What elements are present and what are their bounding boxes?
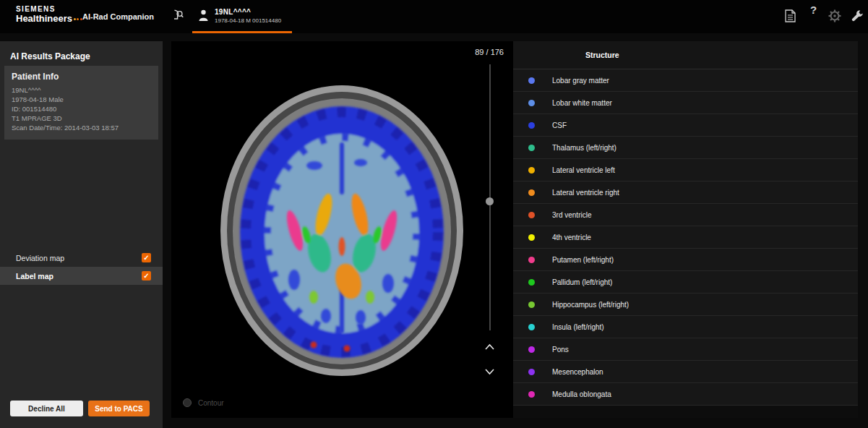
structure-row-lateral-ventricle-right[interactable]: Lateral ventricle right bbox=[513, 181, 858, 204]
contour-toggle-knob[interactable] bbox=[183, 398, 192, 407]
structure-row-putamen[interactable]: Putamen (left/right) bbox=[513, 249, 858, 271]
patient-icon bbox=[199, 9, 208, 22]
structure-label: Lobar gray matter bbox=[552, 77, 609, 85]
structure-row-lateral-ventricle-left[interactable]: Lateral ventricle left bbox=[513, 159, 858, 181]
patient-info-box: Patient Info 19NL^^^^ 1978-04-18 Male ID… bbox=[4, 66, 158, 140]
patient-tab-name: 19NL^^^^ bbox=[215, 8, 281, 16]
structure-label: CSF bbox=[552, 121, 567, 129]
sidebar-title: AI Results Package bbox=[0, 41, 163, 61]
structure-color-dot bbox=[528, 346, 535, 353]
map-row-label-map[interactable]: Label map ✓ bbox=[0, 267, 163, 285]
send-to-pacs-button[interactable]: Send to PACS bbox=[88, 401, 150, 416]
structure-row-medulla-oblongata[interactable]: Medulla oblongata bbox=[513, 383, 858, 406]
structure-color-dot bbox=[528, 234, 535, 241]
structure-label: Lobar white matter bbox=[552, 99, 612, 107]
structure-color-dot bbox=[528, 122, 535, 129]
structure-color-dot bbox=[528, 301, 535, 308]
structure-color-dot bbox=[528, 212, 535, 218]
structures-panel: Structure Lobar gray matter Lobar white … bbox=[513, 41, 858, 418]
app-name: AI-Rad Companion bbox=[82, 12, 154, 21]
structure-color-dot bbox=[528, 369, 535, 375]
structure-row-hippocampus[interactable]: Hippocampus (left/right) bbox=[513, 294, 858, 316]
structure-color-dot bbox=[528, 100, 535, 106]
contour-toggle[interactable]: Contour bbox=[183, 398, 224, 407]
decline-all-button[interactable]: Decline All bbox=[10, 401, 83, 416]
structure-label: Medulla oblongata bbox=[552, 390, 611, 398]
structure-color-dot bbox=[528, 145, 535, 151]
map-list: Deviation map ✓ Label map ✓ bbox=[0, 249, 163, 285]
structure-color-dot bbox=[528, 77, 535, 84]
structure-label: Pons bbox=[552, 346, 569, 354]
structure-label: Lateral ventricle right bbox=[552, 189, 619, 197]
structure-row-pons[interactable]: Pons bbox=[513, 338, 858, 361]
patient-tab[interactable]: 19NL^^^^ 1978-04-18 M 001514480 bbox=[192, 0, 292, 33]
structure-row-csf[interactable]: CSF bbox=[513, 114, 858, 137]
structure-label: 3rd ventricle bbox=[552, 211, 591, 219]
structure-label: Insula (left/right) bbox=[552, 323, 604, 331]
results-sidebar: AI Results Package Patient Info 19NL^^^^… bbox=[0, 41, 163, 428]
structure-label: Pallidum (left/right) bbox=[552, 278, 612, 286]
structure-label: 4th ventricle bbox=[552, 234, 591, 241]
patient-info-line: 19NL^^^^ bbox=[12, 85, 151, 95]
structure-color-dot bbox=[528, 167, 535, 174]
structure-color-dot bbox=[528, 189, 535, 196]
structures-header-row: Structure bbox=[513, 41, 858, 69]
image-viewer[interactable]: 89 / 176 Contour bbox=[171, 41, 513, 418]
structure-label: Lateral ventricle left bbox=[552, 166, 615, 174]
siemens-healthineers-logo: SIEMENS Healthineers bbox=[16, 5, 82, 24]
contour-label: Contour bbox=[198, 399, 224, 407]
structures-header: Structure bbox=[585, 51, 619, 59]
structure-label: Putamen (left/right) bbox=[552, 256, 614, 264]
patient-info-title: Patient Info bbox=[12, 72, 151, 82]
patient-info-line: T1 MPRAGE 3D bbox=[12, 114, 151, 123]
structure-row-4th-ventricle[interactable]: 4th ventricle bbox=[513, 226, 858, 249]
structure-color-dot bbox=[528, 391, 535, 398]
checkbox-checked-icon[interactable]: ✓ bbox=[142, 253, 151, 262]
structure-color-dot bbox=[528, 257, 535, 263]
wrench-icon[interactable] bbox=[851, 9, 864, 22]
chevron-down-icon[interactable] bbox=[484, 368, 495, 375]
slice-slider-handle[interactable] bbox=[486, 197, 494, 205]
structure-row-insula[interactable]: Insula (left/right) bbox=[513, 316, 858, 338]
structure-label: Hippocampus (left/right) bbox=[552, 301, 629, 309]
patient-tab-details: 1978-04-18 M 001514480 bbox=[215, 17, 281, 24]
structure-row-pallidum[interactable]: Pallidum (left/right) bbox=[513, 271, 858, 294]
map-row-deviation-map[interactable]: Deviation map ✓ bbox=[0, 249, 163, 267]
patient-info-line: ID: 001514480 bbox=[12, 104, 151, 114]
slice-counter: 89 / 176 bbox=[475, 48, 504, 56]
structure-row-lobar-gray-matter[interactable]: Lobar gray matter bbox=[513, 69, 858, 92]
patient-search-icon[interactable] bbox=[169, 8, 184, 23]
gear-icon[interactable] bbox=[828, 9, 841, 22]
structure-row-3rd-ventricle[interactable]: 3rd ventricle bbox=[513, 204, 858, 226]
structure-row-lobar-white-matter[interactable]: Lobar white matter bbox=[513, 92, 858, 114]
structure-color-dot bbox=[528, 324, 535, 330]
structure-label: Thalamus (left/right) bbox=[552, 144, 616, 152]
patient-info-line: 1978-04-18 Male bbox=[12, 95, 151, 104]
map-label: Label map bbox=[16, 272, 142, 281]
patient-info-line: Scan Date/Time: 2014-03-03 18:57 bbox=[12, 123, 151, 132]
top-bar: SIEMENS Healthineers AI-Rad Companion 19… bbox=[0, 0, 868, 33]
structure-label: Mesencephalon bbox=[552, 368, 603, 376]
healthineers-dots-icon bbox=[72, 13, 82, 24]
structure-row-mesencephalon[interactable]: Mesencephalon bbox=[513, 361, 858, 383]
brand-line2: Healthineers bbox=[16, 13, 72, 24]
map-label: Deviation map bbox=[16, 254, 142, 262]
structure-row-thalamus[interactable]: Thalamus (left/right) bbox=[513, 137, 858, 159]
chevron-up-icon[interactable] bbox=[484, 343, 495, 351]
structure-color-dot bbox=[528, 279, 535, 286]
report-icon[interactable] bbox=[785, 9, 796, 22]
checkbox-checked-icon[interactable]: ✓ bbox=[142, 271, 151, 281]
brain-mri-image[interactable] bbox=[171, 41, 513, 416]
